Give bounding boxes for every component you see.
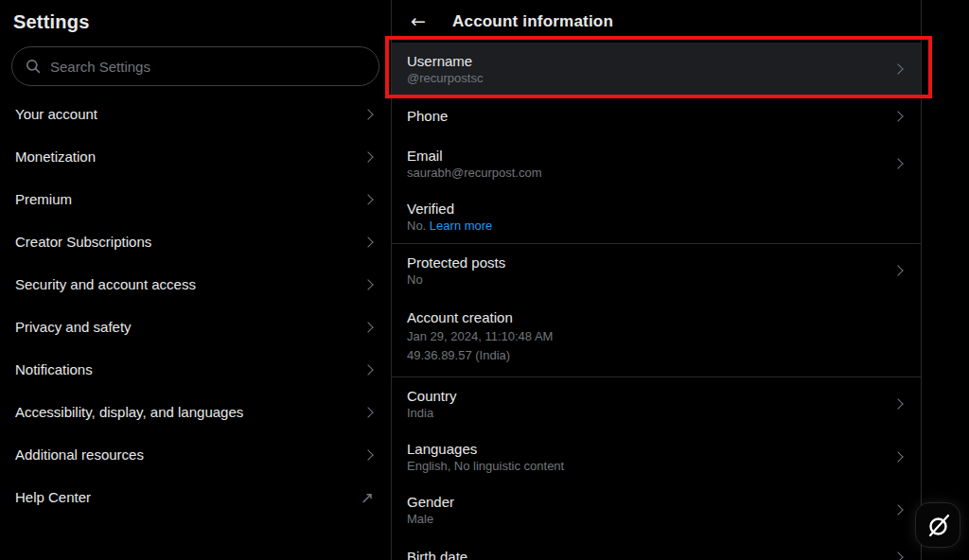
chevron-right-icon xyxy=(362,109,373,119)
row-label: Verified xyxy=(407,200,492,219)
sidebar-item-premium[interactable]: Premium xyxy=(0,179,391,221)
row-protected-posts[interactable]: Protected postsNo xyxy=(392,244,921,297)
sidebar-item-label: Additional resources xyxy=(15,446,144,464)
sidebar-item-label: Notifications xyxy=(15,360,93,379)
sidebar-item-label: Security and account access xyxy=(15,275,196,294)
sidebar-item-help-center[interactable]: Help Center↗ xyxy=(0,477,391,519)
row-value: @recurpostsc xyxy=(407,71,483,86)
back-arrow-icon[interactable]: ← xyxy=(407,12,430,30)
panel-header: ← Account information xyxy=(392,0,921,43)
row-label: Country xyxy=(407,387,457,406)
row-label: Phone xyxy=(407,107,448,126)
chevron-right-icon xyxy=(892,63,903,74)
row-label: Gender xyxy=(407,493,454,512)
sidebar-menu: Your accountMonetizationPremiumCreator S… xyxy=(0,94,391,519)
search-icon xyxy=(26,59,41,74)
sidebar-item-your-account[interactable]: Your account xyxy=(0,94,391,136)
account-info-list: Username@recurpostscPhoneEmailsaurabh@re… xyxy=(392,43,921,560)
row-languages[interactable]: LanguagesEnglish, No linguistic content xyxy=(392,430,921,483)
row-value-line: 49.36.89.57 (India) xyxy=(407,346,553,365)
learn-more-link[interactable]: Learn more xyxy=(430,219,492,233)
row-label: Email xyxy=(407,147,542,166)
row-birth-date[interactable]: Birth date xyxy=(392,536,921,560)
row-label: Protected posts xyxy=(407,254,505,272)
sidebar-item-label: Premium xyxy=(15,190,72,209)
chevron-right-icon xyxy=(362,449,373,460)
account-information-panel: ← Account information Username@recurpost… xyxy=(391,0,922,560)
chevron-right-icon xyxy=(892,504,903,515)
chevron-right-icon xyxy=(362,322,373,332)
row-country[interactable]: CountryIndia xyxy=(392,377,921,430)
sidebar-item-accessibility-display-and-languages[interactable]: Accessibility, display, and languages xyxy=(0,392,391,434)
row-label: Username xyxy=(407,52,483,71)
sidebar-item-security-and-account-access[interactable]: Security and account access xyxy=(0,264,391,306)
chevron-right-icon xyxy=(892,398,903,409)
row-value: No xyxy=(407,272,505,288)
chevron-right-icon xyxy=(892,158,903,168)
sidebar-item-label: Monetization xyxy=(15,148,96,166)
sidebar-item-label: Help Center xyxy=(15,488,91,507)
sidebar-item-additional-resources[interactable]: Additional resources xyxy=(0,434,391,477)
row-username[interactable]: Username@recurpostsc xyxy=(392,43,921,96)
row-phone[interactable]: Phone xyxy=(392,96,921,137)
sidebar-item-label: Accessibility, display, and languages xyxy=(15,403,243,422)
search-settings-box[interactable] xyxy=(11,46,379,86)
sidebar-item-monetization[interactable]: Monetization xyxy=(0,136,391,179)
row-label: Account creation xyxy=(407,308,553,327)
settings-sidebar: Settings Your accountMonetizationPremium… xyxy=(0,0,391,560)
row-email[interactable]: Emailsaurabh@recurpost.com xyxy=(392,137,921,190)
sidebar-item-creator-subscriptions[interactable]: Creator Subscriptions xyxy=(0,221,391,264)
chevron-right-icon xyxy=(362,236,373,247)
row-value: No. Learn more xyxy=(407,219,492,234)
sidebar-item-label: Privacy and safety xyxy=(15,318,132,337)
row-label: Birth date xyxy=(407,548,467,560)
search-input[interactable] xyxy=(50,59,365,75)
chevron-right-icon xyxy=(362,407,373,417)
chevron-right-icon xyxy=(892,111,903,121)
chevron-right-icon xyxy=(892,451,903,462)
chevron-right-icon xyxy=(892,265,903,275)
floating-logo-button[interactable] xyxy=(915,502,960,548)
sidebar-item-notifications[interactable]: Notifications xyxy=(0,349,391,392)
row-verified[interactable]: VerifiedNo. Learn more xyxy=(392,190,921,243)
chevron-right-icon xyxy=(362,279,373,289)
row-value: English, No linguistic content xyxy=(407,459,564,474)
sidebar-title: Settings xyxy=(0,0,391,43)
row-value: saurabh@recurpost.com xyxy=(407,166,542,181)
row-value: Male xyxy=(407,512,454,527)
chevron-right-icon xyxy=(892,551,903,560)
row-gender[interactable]: GenderMale xyxy=(392,483,921,536)
chevron-right-icon xyxy=(362,151,373,162)
external-link-icon: ↗ xyxy=(361,490,374,506)
row-value: India xyxy=(407,406,457,421)
sidebar-item-privacy-and-safety[interactable]: Privacy and safety xyxy=(0,306,391,349)
sidebar-item-label: Creator Subscriptions xyxy=(15,233,151,252)
row-account-creation[interactable]: Account creationJan 29, 2024, 11:10:48 A… xyxy=(392,297,921,376)
row-label: Languages xyxy=(407,440,564,459)
chevron-right-icon xyxy=(362,364,373,375)
sidebar-item-label: Your account xyxy=(15,105,97,124)
chevron-right-icon xyxy=(362,194,373,204)
recurpost-logo-icon xyxy=(925,513,951,538)
page-title: Account information xyxy=(452,12,613,31)
row-value-line: Jan 29, 2024, 11:10:48 AM xyxy=(407,327,553,346)
